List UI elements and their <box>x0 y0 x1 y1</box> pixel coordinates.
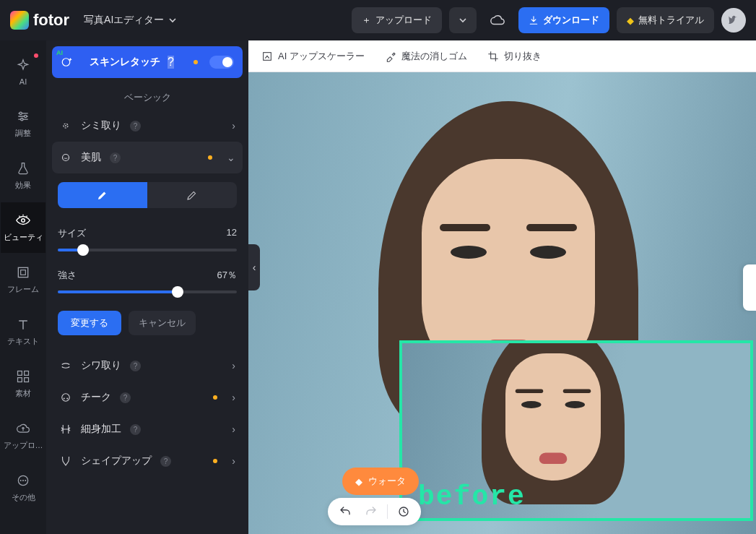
rail-item-frame[interactable]: フレーム <box>1 254 45 305</box>
row-cheek[interactable]: チーク ? › <box>52 382 243 413</box>
cloud-button[interactable] <box>484 7 511 33</box>
upscale-icon <box>261 51 273 62</box>
row-label: 美肌 <box>81 151 101 164</box>
row-label: チーク <box>81 391 111 404</box>
free-trial-button[interactable]: ◆ 無料トライアル <box>617 7 714 33</box>
row-shapeup[interactable]: シェイプアップ ? › <box>52 445 243 477</box>
svg-point-13 <box>25 480 26 481</box>
tool-crop[interactable]: 切り抜き <box>487 50 542 63</box>
shapes-icon <box>15 369 31 384</box>
svg-rect-6 <box>18 371 22 376</box>
download-icon <box>529 15 539 25</box>
upload-button-label: アップロード <box>375 14 432 27</box>
tool-label: AI アップスケーラー <box>278 50 365 63</box>
ai-badge: AI <box>56 49 63 56</box>
rail-item-ai[interactable]: AI <box>1 46 45 97</box>
row-label: 細身加工 <box>81 423 121 436</box>
size-slider-block: サイズ 12 <box>52 212 243 254</box>
chevron-down-icon <box>459 16 467 25</box>
rail-item-beauty[interactable]: ビューティ <box>1 202 45 253</box>
upload-button[interactable]: ＋ アップロード <box>352 7 442 33</box>
rail-label: フレーム <box>7 284 39 295</box>
help-icon[interactable]: ? <box>160 456 171 467</box>
undo-icon <box>339 505 352 518</box>
help-icon[interactable]: ? <box>120 392 131 403</box>
row-slim[interactable]: 細身加工 ? › <box>52 413 243 445</box>
edited-photo: before ◆ ウォータ <box>248 72 756 534</box>
additional-rows: シワ取り ? › チーク ? › 細身加工 ? › シェイプアップ ? › <box>52 350 243 477</box>
slim-icon <box>59 423 72 436</box>
upload-more-dropdown[interactable] <box>449 7 477 33</box>
size-label: サイズ <box>58 227 86 240</box>
status-dot <box>208 155 212 160</box>
crop-icon <box>487 51 499 62</box>
rail-item-adjust[interactable]: 調整 <box>1 98 45 149</box>
app-header: fotor 写真AIエディター ＋ アップロード ダウンロード ◆ 無料トライア… <box>0 0 756 40</box>
rail-item-material[interactable]: 素材 <box>1 358 45 409</box>
brush-tool[interactable] <box>58 182 147 208</box>
slider-thumb[interactable] <box>77 244 89 256</box>
panel-collapse-handle[interactable]: ‹ <box>248 244 260 290</box>
slider-thumb[interactable] <box>172 286 183 298</box>
history-controls <box>328 498 421 525</box>
frame-icon <box>15 264 31 280</box>
right-panel-expand-handle[interactable] <box>743 264 756 311</box>
tool-magic-eraser[interactable]: 魔法の消しゴム <box>385 50 467 63</box>
free-trial-label: 無料トライアル <box>638 14 704 27</box>
size-slider[interactable] <box>58 249 237 251</box>
eraser-tool[interactable] <box>147 182 237 208</box>
ai-retouch-toggle[interactable] <box>209 56 234 69</box>
slider-fill <box>58 290 178 293</box>
strength-slider[interactable] <box>58 290 237 293</box>
ai-skin-retouch-header[interactable]: AI スキンレタッチ ? <box>52 46 243 78</box>
row-label: シワ取り <box>81 359 121 372</box>
rail-label: 調整 <box>15 128 31 139</box>
tool-label: 切り抜き <box>504 50 542 63</box>
help-icon[interactable]: ? <box>130 121 141 132</box>
panel-actions: 変更する キャンセル <box>52 296 243 344</box>
rail-item-upload[interactable]: アップロ… <box>1 410 45 461</box>
svg-rect-4 <box>18 267 27 277</box>
redo-button[interactable] <box>361 501 381 522</box>
help-icon[interactable]: ? <box>130 424 141 435</box>
rail-item-effect[interactable]: 効果 <box>1 150 45 201</box>
rail-item-text[interactable]: テキスト <box>1 306 45 357</box>
svg-rect-8 <box>18 378 22 382</box>
watermark-pill[interactable]: ◆ ウォータ <box>342 468 419 495</box>
strength-slider-block: 強さ 67％ <box>52 254 243 296</box>
editor-mode-dropdown[interactable]: 写真AIエディター <box>84 14 177 27</box>
apply-button[interactable]: 変更する <box>58 311 121 335</box>
row-wrinkle[interactable]: シワ取り ? › <box>52 350 243 382</box>
history-button[interactable] <box>394 501 414 522</box>
cancel-button[interactable]: キャンセル <box>129 311 196 335</box>
svg-rect-7 <box>25 371 29 376</box>
brand-logo[interactable]: fotor <box>10 11 69 30</box>
rail-label: テキスト <box>7 336 39 347</box>
before-compare-panel[interactable]: before <box>399 340 753 521</box>
help-icon[interactable]: ? <box>130 361 141 371</box>
status-dot <box>213 395 217 400</box>
svg-rect-5 <box>21 270 26 275</box>
row-blemish[interactable]: シミ取り ? › <box>52 110 243 142</box>
svg-point-18 <box>62 394 70 402</box>
svg-rect-9 <box>25 378 29 382</box>
undo-button[interactable] <box>335 501 355 522</box>
row-smooth[interactable]: 美肌 ? ⌄ <box>52 142 243 173</box>
tool-ai-upscaler[interactable]: AI アップスケーラー <box>261 50 365 63</box>
diamond-icon: ◆ <box>355 476 362 487</box>
blemish-icon <box>59 119 72 132</box>
row-label: シェイプアップ <box>81 455 152 468</box>
row-label: シミ取り <box>81 119 121 132</box>
rail-item-other[interactable]: その他 <box>1 462 45 513</box>
help-icon[interactable]: ? <box>110 152 121 163</box>
download-button[interactable]: ダウンロード <box>518 7 609 33</box>
svg-point-14 <box>62 59 70 66</box>
user-avatar[interactable] <box>721 8 746 33</box>
eye-icon <box>15 212 31 228</box>
group-title-basic: ベーシック <box>52 91 243 104</box>
help-icon[interactable]: ? <box>168 56 174 69</box>
photo-viewport[interactable]: before ◆ ウォータ <box>248 72 756 534</box>
divider <box>387 504 388 519</box>
rail-label: 素材 <box>15 388 31 399</box>
strength-label: 強さ <box>58 269 77 282</box>
